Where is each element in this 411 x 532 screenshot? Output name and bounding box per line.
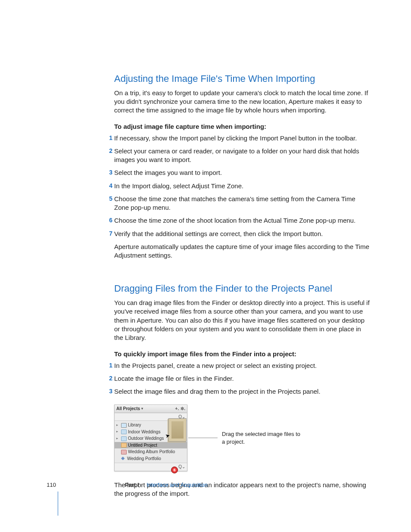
step-number: 5 (106, 195, 112, 203)
tree-row: Untitled Project (115, 442, 187, 449)
step-text: Select your camera or card reader, or na… (114, 147, 359, 163)
tree-row-label: Library (128, 422, 141, 428)
search-icon: Q⌄ (178, 464, 185, 470)
section1-outro: Aperture automatically updates the captu… (114, 243, 371, 260)
step-number: 1 (106, 134, 112, 142)
disclosure-triangle-icon: ▸ (116, 436, 120, 441)
footer-part-label: Part I (125, 482, 139, 488)
step-text: In the Projects panel, create a new proj… (114, 362, 317, 369)
step-text: Choose the time zone of the shoot locati… (114, 217, 355, 224)
folder-icon (121, 429, 127, 434)
footer-rule (58, 492, 58, 516)
panel-title: All Projects (116, 406, 143, 412)
callout-leader (188, 438, 218, 438)
step-item: 2Locate the image file or files in the F… (114, 374, 371, 383)
disclosure-triangle-icon: ▸ (116, 423, 120, 428)
tree-row: Wedding Album Portfolio (115, 448, 187, 455)
step-item: 3Select the image files and drag them to… (114, 387, 371, 396)
step-item: 5Choose the time zone that matches the c… (114, 195, 371, 212)
step-text: Locate the image file or files in the Fi… (114, 375, 234, 382)
step-number: 4 (106, 182, 112, 190)
project-icon (121, 443, 127, 448)
step-text: In the Import dialog, select Adjust Time… (114, 182, 243, 190)
step-number: 2 (106, 147, 112, 155)
step-item: 6Choose the time zone of the shoot locat… (114, 216, 371, 225)
step-number: 3 (106, 168, 112, 177)
step-text: Select the image files and drag them to … (114, 388, 321, 395)
section1-steps: 1If necessary, show the Import panel by … (114, 134, 371, 238)
step-text: If necessary, show the Import panel by c… (114, 134, 357, 142)
step-item: 4In the Import dialog, select Adjust Tim… (114, 182, 371, 190)
step-item: 2Select your camera or card reader, or n… (114, 147, 371, 165)
step-item: 1In the Projects panel, create a new pro… (114, 361, 371, 370)
tree-row-label: Wedding Portfolio (127, 456, 161, 462)
web-icon: ◆ (121, 456, 126, 461)
step-text: Verify that the additional settings are … (114, 230, 323, 237)
tree-row-label: Wedding Album Portfolio (128, 449, 175, 455)
library-icon (121, 423, 127, 428)
page-footer: 110 Part I Interface and Acquisition (0, 481, 411, 489)
figure-callout: Drag the selected image files to a proje… (222, 430, 304, 445)
section2-intro: You can drag image files from the Finder… (114, 299, 371, 342)
step-item: 1If necessary, show the Import panel by … (114, 134, 371, 143)
step-number: 3 (106, 387, 112, 395)
section2-lead: To quickly import image files from the F… (114, 350, 371, 358)
step-number: 7 (106, 230, 112, 238)
figure: All Projects +. ✲. Q⌄ ▸Library▸Indoor We… (114, 404, 371, 471)
tree-row-label: Indoor Weddings (128, 429, 160, 435)
section1-intro: On a trip, it's easy to forget to update… (114, 89, 371, 115)
step-number: 6 (106, 216, 112, 224)
tree-row-label: Untitled Project (128, 442, 157, 448)
footer-part-title: Interface and Acquisition (146, 482, 208, 488)
dragged-thumbnail (168, 418, 187, 442)
page-number: 110 (43, 481, 56, 489)
step-number: 2 (106, 374, 112, 383)
section2-heading: Dragging Files from the Finder to the Pr… (114, 282, 371, 295)
gear-icon: ✲. (181, 406, 185, 412)
step-text: Choose the time zone that matches the ca… (114, 195, 355, 211)
step-text: Select the images you want to import. (114, 169, 222, 176)
footer-part: Part I Interface and Acquisition (125, 481, 208, 489)
section2-steps: 1In the Projects panel, create a new pro… (114, 361, 371, 396)
disclosure-triangle-icon: ▸ (116, 429, 120, 434)
step-number: 1 (106, 361, 112, 370)
folder-icon (121, 436, 127, 441)
drag-count-badge: 6 (171, 467, 178, 473)
tree-row-label: Outdoor Weddings (128, 436, 164, 442)
section1-lead: To adjust image file capture time when i… (114, 122, 371, 131)
add-icon: +. (175, 406, 179, 412)
step-item: 7Verify that the additional settings are… (114, 230, 371, 238)
step-item: 3Select the images you want to import. (114, 168, 371, 177)
tree-row: ◆Wedding Portfolio (115, 455, 187, 462)
section1-heading: Adjusting the Image File's Time When Imp… (114, 72, 371, 85)
book-icon (121, 450, 127, 454)
